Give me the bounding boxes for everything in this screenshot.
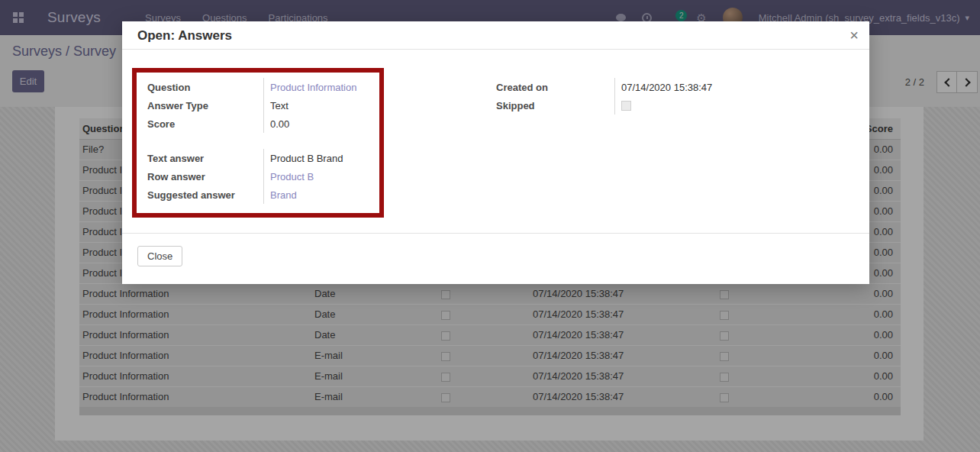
field-value-row-answer[interactable]: Product B: [263, 167, 379, 186]
field-value-text-answer: Product B Brand: [263, 149, 379, 167]
dialog-header: Open: Answers ×: [122, 21, 869, 50]
field-value-answer-type: Text: [263, 96, 379, 115]
close-icon[interactable]: ×: [849, 24, 859, 46]
question-field-group: QuestionProduct Information Answer TypeT…: [147, 78, 379, 133]
field-label-created-on: Created on: [496, 82, 614, 93]
answer-field-group: Text answerProduct B Brand Row answerPro…: [147, 149, 379, 204]
field-label-skipped: Skipped: [496, 100, 614, 111]
field-value-question[interactable]: Product Information: [263, 78, 379, 96]
field-label-answer-type: Answer Type: [147, 100, 263, 111]
meta-field-group: Created on07/14/2020 15:38:47 Skipped: [496, 78, 832, 115]
field-value-skipped: [614, 96, 832, 115]
dialog-title: Open: Answers: [137, 28, 232, 44]
dialog-body: QuestionProduct Information Answer TypeT…: [122, 50, 869, 233]
field-label-question: Question: [147, 82, 263, 93]
close-button[interactable]: Close: [137, 246, 182, 266]
field-label-score: Score: [147, 118, 263, 130]
field-label-row-answer: Row answer: [147, 171, 263, 182]
field-value-created-on: 07/14/2020 15:38:47: [614, 78, 832, 96]
open-answers-dialog: Open: Answers × QuestionProduct Informat…: [122, 21, 869, 284]
field-value-suggested-answer[interactable]: Brand: [263, 186, 379, 204]
dialog-footer: Close: [122, 233, 869, 284]
highlight-red-box: QuestionProduct Information Answer TypeT…: [132, 68, 384, 218]
skipped-checkbox: [621, 101, 631, 111]
field-label-text-answer: Text answer: [147, 153, 263, 164]
field-value-score: 0.00: [263, 115, 379, 133]
field-label-suggested-answer: Suggested answer: [147, 189, 263, 201]
